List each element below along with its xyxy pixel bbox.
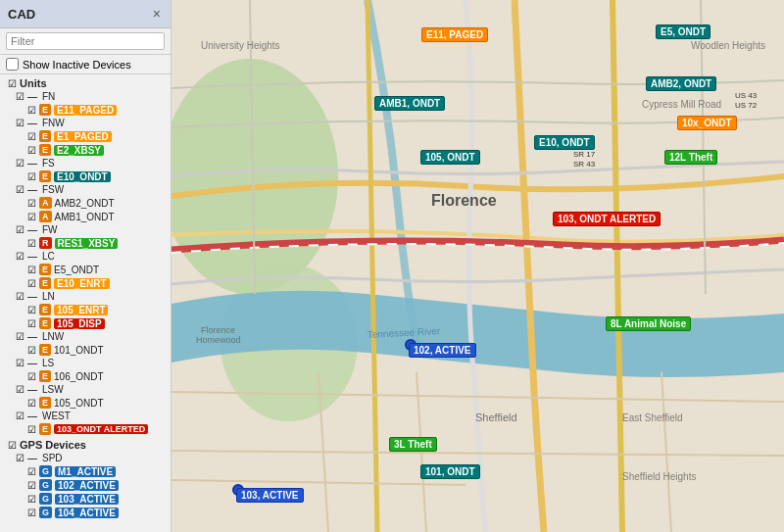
svg-text:East Sheffield: East Sheffield <box>622 412 683 423</box>
gps-check: ☑ <box>8 440 17 451</box>
e5-icon: E <box>39 264 51 275</box>
ls-label: LS <box>42 358 54 368</box>
sidebar-content: ☑ Units ☑ — FN ☑ E E11_PAGED ☑ — FNW ☑ E… <box>0 74 171 532</box>
sidebar-title: CAD <box>8 7 35 22</box>
svg-line-9 <box>250 0 255 294</box>
fnw-group[interactable]: ☑ — FNW <box>0 117 171 129</box>
fs-check: ☑ <box>16 158 24 169</box>
105e-label: 105_ENRT <box>54 305 108 315</box>
marker-e5-ondt[interactable]: E5, ONDT <box>656 24 710 39</box>
lsw-group[interactable]: ☑ — LSW <box>0 383 171 396</box>
104-active-item[interactable]: ☑ G 104_ACTIVE <box>0 506 171 519</box>
102-active-item[interactable]: ☑ G 102_ACTIVE <box>0 478 171 492</box>
amb1-ondt-item[interactable]: ☑ A AMB1_ONDT <box>0 210 171 223</box>
106-check: ☑ <box>27 371 36 382</box>
lsw105-check: ☑ <box>27 398 36 409</box>
sidebar-header: CAD × <box>0 0 171 28</box>
101-ondt-item[interactable]: ☑ E 101_ONDT <box>0 343 171 357</box>
103-active2-item[interactable]: ☑ G 103_ACTIVE <box>0 492 171 506</box>
106-ondt-item[interactable]: ☑ E 106_ONDT <box>0 369 171 383</box>
ln-group[interactable]: ☑ — LN <box>0 290 171 303</box>
svg-point-1 <box>172 59 338 294</box>
marker-101-ondt[interactable]: 101, ONDT <box>420 464 480 479</box>
lsw-minus: — <box>27 384 37 395</box>
105-enrt-item[interactable]: ☑ E 105_ENRT <box>0 303 171 316</box>
e10-enrt-item[interactable]: ☑ E E10_ENRT <box>0 276 171 290</box>
e2-icon: E <box>39 144 51 156</box>
fs-group[interactable]: ☑ — FS <box>0 157 171 169</box>
lsw105-icon: E <box>39 397 51 409</box>
e2-label: E2_XBSY <box>54 145 104 156</box>
marker-12l-theft[interactable]: 12L Theft <box>664 150 717 165</box>
map-container[interactable]: Florence Sheffield East Sheffield Sheffi… <box>172 0 784 532</box>
103ac-icon: G <box>39 493 52 505</box>
fn-minus: — <box>27 91 37 102</box>
marker-3l-theft[interactable]: 3L Theft <box>389 437 437 452</box>
marker-102-active[interactable]: 102, ACTIVE <box>409 343 476 358</box>
units-section[interactable]: ☑ Units <box>0 76 171 90</box>
lc-group[interactable]: ☑ — LC <box>0 250 171 263</box>
e11-label: E11_PAGED <box>54 105 117 116</box>
svg-text:Tennessee River: Tennessee River <box>368 325 442 340</box>
marker-10x-ondt[interactable]: 10x_ONDT <box>677 116 737 130</box>
104ac-check: ☑ <box>27 508 36 518</box>
101-icon: E <box>39 344 51 356</box>
svg-text:Florence: Florence <box>431 192 497 209</box>
105d-icon: E <box>39 317 51 329</box>
fnw-minus: — <box>27 118 37 128</box>
marker-103-active-bottom[interactable]: 103, ACTIVE <box>236 488 304 503</box>
svg-text:Sheffield: Sheffield <box>475 411 517 423</box>
fn-check: ☑ <box>16 91 24 102</box>
spd-check: ☑ <box>16 453 24 463</box>
gps-section[interactable]: ☑ GPS Devices <box>0 438 171 452</box>
marker-amb1-ondt[interactable]: AMB1, ONDT <box>374 96 445 111</box>
marker-103-alerted[interactable]: 103, ONDT ALERTED <box>553 212 661 226</box>
fsw-group[interactable]: ☑ — FSW <box>0 183 171 196</box>
lnw-check: ☑ <box>16 331 24 342</box>
west-group[interactable]: ☑ — WEST <box>0 410 171 422</box>
e10-ondt-item[interactable]: ☑ E E10_ONDT <box>0 169 171 183</box>
105e-icon: E <box>39 304 51 315</box>
e11-icon: E <box>39 104 51 116</box>
svg-text:Woodlen Heights: Woodlen Heights <box>691 40 765 51</box>
e11-paged-item[interactable]: ☑ E E11_PAGED <box>0 103 171 117</box>
lsw-105-ondt-item[interactable]: ☑ E 105_ONDT <box>0 396 171 410</box>
svg-point-2 <box>220 265 358 421</box>
105-disp-item[interactable]: ☑ E 105_DISP <box>0 316 171 330</box>
filter-input[interactable] <box>6 32 165 50</box>
ls-group[interactable]: ☑ — LS <box>0 357 171 369</box>
lnw-label: LNW <box>42 331 64 342</box>
close-button[interactable]: × <box>151 6 163 22</box>
fw-group[interactable]: ☑ — FW <box>0 223 171 236</box>
res1-xbsy-item[interactable]: ☑ R RES1_XBSY <box>0 236 171 250</box>
fw-minus: — <box>27 224 37 235</box>
svg-text:SR 43: SR 43 <box>573 160 596 169</box>
103a-icon: E <box>39 423 51 435</box>
spd-label: SPD <box>42 453 63 463</box>
m1-active-item[interactable]: ☑ G M1_ACTIVE <box>0 464 171 478</box>
amb2-ondt-item[interactable]: ☑ A AMB2_ONDT <box>0 196 171 210</box>
e5-ondt-item[interactable]: ☑ E E5_ONDT <box>0 263 171 276</box>
marker-e11-paged[interactable]: E11, PAGED <box>421 27 488 42</box>
sidebar: CAD × Show Inactive Devices ☑ Units ☑ — … <box>0 0 172 532</box>
fn-label: FN <box>42 91 55 102</box>
show-inactive-checkbox[interactable] <box>6 58 19 71</box>
e1-paged-item[interactable]: ☑ E E1_PAGED <box>0 129 171 143</box>
e2-xbsy-item[interactable]: ☑ E E2_XBSY <box>0 143 171 157</box>
105d-check: ☑ <box>27 318 36 329</box>
e5-check: ☑ <box>27 265 36 275</box>
ls-check: ☑ <box>16 358 24 368</box>
amb1-label: AMB1_ONDT <box>55 212 115 222</box>
ln-check: ☑ <box>16 291 24 302</box>
marker-e10-ondt[interactable]: E10, ONDT <box>534 135 595 150</box>
lnw-group[interactable]: ☑ — LNW <box>0 330 171 343</box>
spd-group[interactable]: ☑ — SPD <box>0 452 171 464</box>
marker-amb2-ondt[interactable]: AMB2, ONDT <box>646 76 716 91</box>
fn-group[interactable]: ☑ — FN <box>0 90 171 103</box>
marker-8l-animal[interactable]: 8L Animal Noise <box>606 316 691 331</box>
103ac-label: 103_ACTIVE <box>55 494 119 505</box>
marker-105-ondt[interactable]: 105, ONDT <box>420 150 480 165</box>
m1-icon: G <box>39 465 52 477</box>
103-alerted-item[interactable]: ☑ E 103_ONDT ALERTED <box>0 422 171 436</box>
west-label: WEST <box>42 411 71 421</box>
